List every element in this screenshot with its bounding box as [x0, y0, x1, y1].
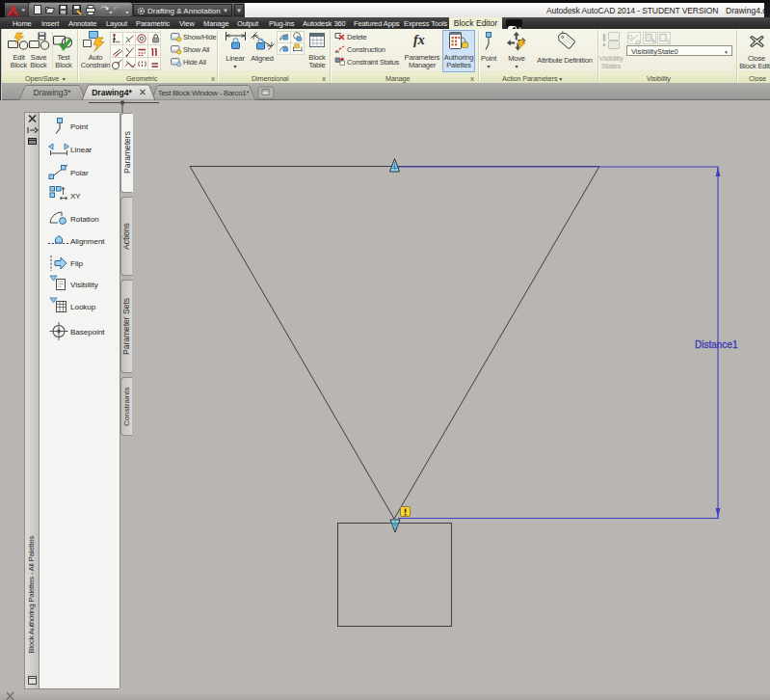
svg-text:Drawing4*: Drawing4*	[92, 88, 132, 97]
svg-text:Distance1: Distance1	[695, 339, 738, 350]
svg-text:Drawing3*: Drawing3*	[33, 88, 71, 97]
svg-text:Test Block Window - Barco1*: Test Block Window - Barco1*	[158, 89, 250, 97]
